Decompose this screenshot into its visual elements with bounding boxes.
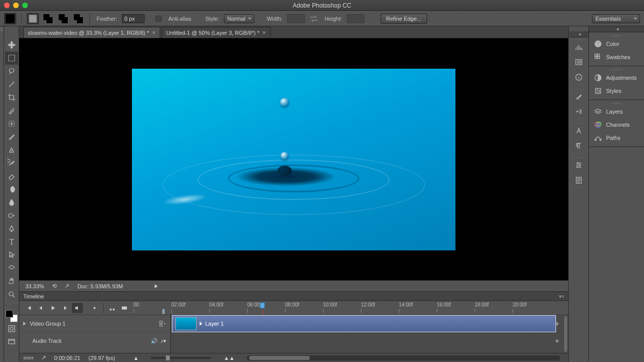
status-play-icon[interactable] [155, 284, 158, 288]
rectangular-marquee-tool[interactable] [5, 51, 18, 65]
timecode[interactable]: 0;00;06;21 [54, 355, 80, 361]
swap-dimensions-icon[interactable] [308, 13, 320, 24]
paths-panel[interactable]: Paths [589, 131, 644, 144]
gradient-tool[interactable] [5, 183, 18, 196]
audio-track[interactable]: Audio Track 🔊 ♪▾ [19, 332, 170, 349]
dodge-tool[interactable] [5, 209, 18, 222]
history-brush-tool[interactable] [5, 157, 18, 170]
video-clip-layer1[interactable]: Layer 1 [172, 315, 556, 332]
timeline-options-icon[interactable]: ▭▭ [23, 354, 33, 361]
channels-panel[interactable]: Channels [589, 118, 644, 131]
timeline-track-area[interactable]: Layer 1 + + [171, 315, 568, 353]
expand-track-icon[interactable] [23, 322, 26, 326]
close-tab-icon[interactable]: × [152, 29, 156, 36]
playhead[interactable] [260, 302, 265, 308]
add-video-track-button[interactable]: + [552, 319, 562, 329]
timeline-header[interactable]: Timeline ▾≡ [19, 292, 568, 301]
video-group-track[interactable]: Video Group 1 [19, 315, 170, 332]
properties-icon[interactable] [574, 160, 584, 170]
timeline-settings-button[interactable] [89, 303, 100, 313]
screen-mode-toggle[interactable] [5, 335, 18, 348]
color-panel[interactable]: Color [589, 37, 644, 50]
foreground-background-color[interactable] [6, 310, 18, 322]
hand-tool[interactable] [5, 275, 18, 288]
document-tab-1[interactable]: slowmo-water-video @ 33.3% (Layer 1, RGB… [23, 27, 160, 38]
add-selection-mode[interactable] [42, 13, 54, 24]
lasso-tool[interactable] [5, 65, 18, 78]
track-options-icon[interactable] [159, 321, 166, 327]
subtract-selection-mode[interactable] [57, 13, 69, 24]
notes-icon[interactable] [574, 175, 584, 185]
blur-tool[interactable] [5, 196, 18, 209]
pen-tool[interactable] [5, 222, 18, 235]
new-selection-mode[interactable] [27, 13, 39, 24]
svg-rect-18 [122, 306, 127, 309]
document-tab-2[interactable]: Untitled-1 @ 50% (Layer 3, RGB/8*) *× [162, 27, 270, 38]
magic-wand-tool[interactable] [5, 78, 18, 91]
character-icon[interactable] [574, 126, 584, 136]
collapse-panels-handle[interactable] [589, 26, 644, 32]
zoom-tool[interactable] [5, 288, 18, 301]
adjustments-panel[interactable]: Adjustments [589, 71, 644, 84]
export-icon[interactable]: ↗ [65, 283, 69, 289]
timeline-zoom-slider[interactable] [151, 357, 211, 359]
split-clip-button[interactable] [107, 303, 118, 313]
audio-options-icon[interactable]: ♪▾ [161, 338, 167, 344]
workspace-switcher[interactable]: Essentials [592, 14, 640, 23]
timeline-vscrollbar[interactable] [564, 316, 567, 352]
feather-input[interactable] [122, 14, 145, 23]
quick-mask-toggle[interactable] [5, 322, 18, 335]
status-bar: 33.33% ⟲ ↗ Doc: 5.93M/5.93M [19, 280, 568, 291]
brush-tool[interactable] [5, 130, 18, 143]
zoom-level[interactable]: 33.33% [25, 283, 44, 289]
styles-panel[interactable]: fxStyles [589, 84, 644, 97]
brush-presets-icon[interactable] [574, 91, 584, 101]
healing-brush-tool[interactable] [5, 117, 18, 130]
mute-button[interactable] [72, 303, 83, 313]
timeline-hscrollbar[interactable] [247, 355, 560, 360]
zoom-out-icon[interactable]: ▲ [133, 355, 139, 361]
work-area-start[interactable] [162, 309, 165, 314]
foreground-color[interactable] [6, 310, 13, 318]
anti-alias-checkbox[interactable] [156, 16, 162, 22]
marquee-tool-preset[interactable] [4, 13, 16, 24]
crop-tool[interactable] [5, 91, 18, 104]
timeline-ruler[interactable]: 00 02:00f 04:00f 06:00f 08:00f 10:00f 12… [131, 301, 564, 315]
canvas[interactable] [132, 69, 455, 250]
style-select[interactable]: Normal [224, 14, 254, 23]
add-audio-track-button[interactable]: + [552, 336, 562, 346]
eraser-tool[interactable] [5, 170, 18, 183]
paragraph-icon[interactable] [574, 141, 584, 151]
clone-source-icon[interactable] [574, 107, 584, 117]
next-frame-button[interactable] [60, 303, 71, 313]
anti-alias-label: Anti-alias [167, 16, 193, 22]
layers-panel[interactable]: Layers [589, 105, 644, 118]
swatches-panel[interactable]: Swatches [589, 50, 644, 64]
move-tool[interactable] [5, 38, 18, 51]
audio-mute-icon[interactable]: 🔊 [151, 338, 158, 344]
play-button[interactable] [48, 303, 59, 313]
collapse-handle[interactable] [569, 31, 588, 37]
view-rotation-icon[interactable]: ⟲ [52, 283, 57, 289]
prev-frame-button[interactable] [35, 303, 47, 313]
svg-rect-21 [576, 60, 582, 65]
doc-info[interactable]: Doc: 5.93M/5.93M [77, 283, 123, 289]
timeline-menu-icon[interactable]: ▾≡ [559, 294, 564, 299]
rectangle-tool[interactable] [5, 262, 18, 275]
zoom-in-icon[interactable]: ▲▲ [223, 355, 235, 361]
clone-stamp-tool[interactable] [5, 143, 18, 157]
navigator-icon[interactable] [574, 57, 584, 67]
info-icon[interactable] [574, 72, 584, 82]
svg-rect-28 [595, 54, 597, 56]
intersect-selection-mode[interactable] [72, 13, 84, 24]
path-selection-tool[interactable] [5, 248, 18, 262]
transition-button[interactable] [119, 303, 130, 313]
type-tool[interactable] [5, 235, 18, 248]
canvas-area[interactable] [19, 38, 568, 280]
close-tab-icon[interactable]: × [262, 29, 266, 36]
histogram-icon[interactable] [574, 42, 584, 52]
timeline-export-icon[interactable]: ↗ [41, 354, 46, 361]
eyedropper-tool[interactable] [5, 104, 18, 117]
refine-edge-button[interactable]: Refine Edge... [381, 14, 427, 24]
first-frame-button[interactable] [23, 303, 34, 313]
